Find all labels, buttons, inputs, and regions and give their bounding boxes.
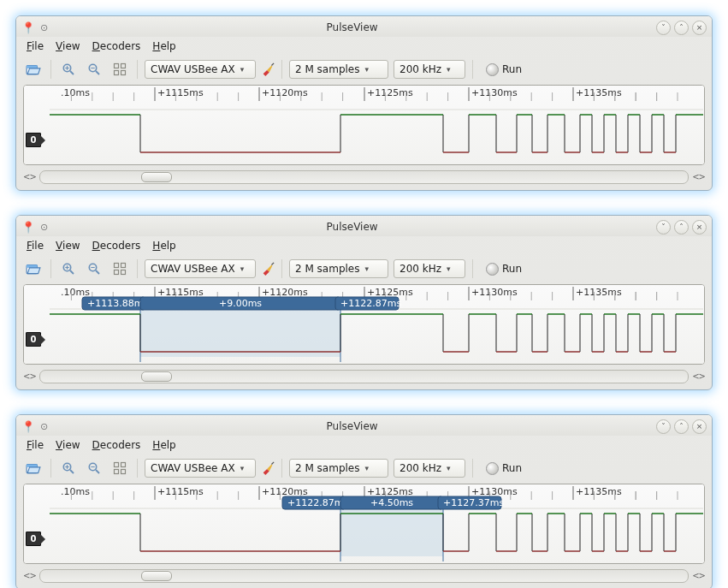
maximize-button[interactable]: ˄	[674, 220, 689, 235]
menubar: File View Decoders Help	[16, 37, 712, 57]
open-button[interactable]	[23, 59, 44, 80]
svg-rect-96	[140, 309, 340, 357]
device-combo-label: CWAV USBee AX	[151, 263, 235, 275]
open-button[interactable]	[23, 458, 44, 478]
svg-text:.10ms: .10ms	[61, 87, 90, 98]
menu-file[interactable]: File	[21, 238, 49, 253]
rate-combo[interactable]: 200 kHz ▾	[394, 60, 465, 79]
probe-icon[interactable]	[261, 62, 275, 76]
channel-label[interactable]: 0	[26, 532, 41, 546]
menubar: File View Decoders Help	[16, 236, 712, 257]
window-title: PulseView	[48, 21, 656, 33]
scroll-track[interactable]	[39, 170, 689, 184]
horizontal-scrollbar[interactable]: <> <>	[23, 368, 705, 384]
device-combo[interactable]: CWAV USBee AX ▾	[145, 259, 256, 278]
zoom-fit-button[interactable]	[109, 59, 130, 80]
menu-view[interactable]: View	[50, 39, 85, 54]
menu-view[interactable]: View	[50, 238, 85, 253]
scroll-right-icon[interactable]: <>	[692, 371, 705, 381]
waveform-area[interactable]: .10ms+1115ms+1120ms+1125ms+1130ms+1135ms…	[23, 484, 705, 564]
toolbar: CWAV USBee AX ▾ 2 M samples ▾ 200 kHz ▾ …	[16, 456, 712, 484]
rate-combo-label: 200 kHz	[400, 63, 441, 75]
probe-icon[interactable]	[261, 262, 275, 276]
open-button[interactable]	[23, 258, 44, 279]
chevron-down-icon: ▾	[240, 264, 245, 273]
samples-combo-label: 2 M samples	[295, 263, 360, 275]
menu-view[interactable]: View	[50, 437, 85, 453]
zoom-out-button[interactable]	[84, 258, 104, 279]
titlebar: 📍 ⊙ PulseView ˅ ˄ ×	[16, 16, 712, 37]
scroll-thumb[interactable]	[141, 371, 172, 382]
scroll-thumb[interactable]	[141, 172, 172, 182]
waveform-trace	[50, 115, 703, 152]
close-button[interactable]: ×	[692, 419, 707, 434]
probe-icon[interactable]	[261, 461, 275, 475]
device-combo[interactable]: CWAV USBee AX ▾	[145, 459, 256, 478]
menu-help[interactable]: Help	[147, 238, 181, 253]
svg-text:+1122.87ms: +1122.87ms	[287, 497, 348, 508]
svg-text:+1122.87ms: +1122.87ms	[340, 298, 401, 309]
svg-text:.10ms: .10ms	[61, 287, 90, 298]
chevron-down-icon: ▾	[240, 65, 245, 74]
rate-combo[interactable]: 200 kHz ▾	[394, 459, 465, 478]
scroll-left-icon[interactable]: <>	[23, 172, 36, 181]
app-icon: 📍	[21, 420, 35, 433]
scroll-thumb[interactable]	[141, 571, 172, 581]
run-button[interactable]: Run	[480, 459, 528, 478]
menu-file[interactable]: File	[21, 39, 49, 54]
waveform-area[interactable]: .10ms+1115ms+1120ms+1125ms+1130ms+1135ms…	[23, 85, 705, 165]
toolbar: CWAV USBee AX ▾ 2 M samples ▾ 200 kHz ▾ …	[16, 257, 712, 284]
horizontal-scrollbar[interactable]: <> <>	[23, 169, 705, 185]
zoom-in-button[interactable]	[58, 258, 79, 279]
svg-text:+1113.88ms: +1113.88ms	[87, 298, 148, 309]
horizontal-scrollbar[interactable]: <> <>	[23, 567, 705, 584]
scroll-left-icon[interactable]: <>	[23, 571, 36, 580]
svg-text:+1127.37ms: +1127.37ms	[443, 497, 504, 508]
zoom-in-button[interactable]	[58, 59, 79, 80]
pin-icon[interactable]: ⊙	[40, 421, 48, 432]
scroll-track[interactable]	[39, 370, 689, 383]
zoom-in-button[interactable]	[58, 458, 79, 478]
zoom-fit-button[interactable]	[109, 258, 130, 279]
zoom-fit-button[interactable]	[109, 458, 130, 478]
close-button[interactable]: ×	[692, 220, 707, 235]
svg-text:+9.00ms: +9.00ms	[219, 298, 262, 309]
close-button[interactable]: ×	[692, 21, 707, 35]
menu-help[interactable]: Help	[147, 437, 181, 453]
pin-icon[interactable]: ⊙	[40, 22, 48, 33]
run-button[interactable]: Run	[480, 60, 528, 79]
minimize-button[interactable]: ˅	[656, 220, 671, 235]
window-title: PulseView	[48, 221, 656, 233]
menu-decoders[interactable]: Decoders	[87, 39, 146, 54]
device-combo-label: CWAV USBee AX	[151, 63, 235, 75]
maximize-button[interactable]: ˄	[674, 419, 689, 434]
menu-decoders[interactable]: Decoders	[87, 437, 146, 453]
record-icon	[486, 63, 499, 76]
menu-decoders[interactable]: Decoders	[87, 238, 146, 253]
svg-rect-146	[340, 508, 443, 556]
scroll-right-icon[interactable]: <>	[692, 571, 705, 580]
app-window: 📍 ⊙ PulseView ˅ ˄ × File View Decoders H…	[15, 414, 713, 588]
samples-combo[interactable]: 2 M samples ▾	[289, 60, 388, 79]
scroll-right-icon[interactable]: <>	[692, 172, 705, 181]
channel-label[interactable]: 0	[26, 332, 41, 347]
zoom-out-button[interactable]	[84, 458, 104, 478]
channel-label[interactable]: 0	[26, 133, 41, 147]
scroll-left-icon[interactable]: <>	[23, 371, 36, 381]
rate-combo-label: 200 kHz	[400, 263, 441, 275]
run-button[interactable]: Run	[480, 259, 528, 278]
rate-combo[interactable]: 200 kHz ▾	[394, 259, 465, 278]
device-combo[interactable]: CWAV USBee AX ▾	[145, 60, 256, 79]
zoom-out-button[interactable]	[84, 59, 104, 80]
menu-file[interactable]: File	[21, 437, 49, 453]
waveform-area[interactable]: .10ms+1115ms+1120ms+1125ms+1130ms+1135ms…	[23, 284, 705, 365]
minimize-button[interactable]: ˅	[656, 21, 671, 35]
samples-combo[interactable]: 2 M samples ▾	[289, 459, 388, 478]
pin-icon[interactable]: ⊙	[40, 222, 48, 233]
menu-help[interactable]: Help	[147, 39, 181, 54]
minimize-button[interactable]: ˅	[656, 419, 671, 434]
scroll-track[interactable]	[39, 569, 689, 583]
samples-combo[interactable]: 2 M samples ▾	[289, 259, 388, 278]
maximize-button[interactable]: ˄	[674, 21, 689, 35]
run-button-label: Run	[502, 263, 522, 275]
